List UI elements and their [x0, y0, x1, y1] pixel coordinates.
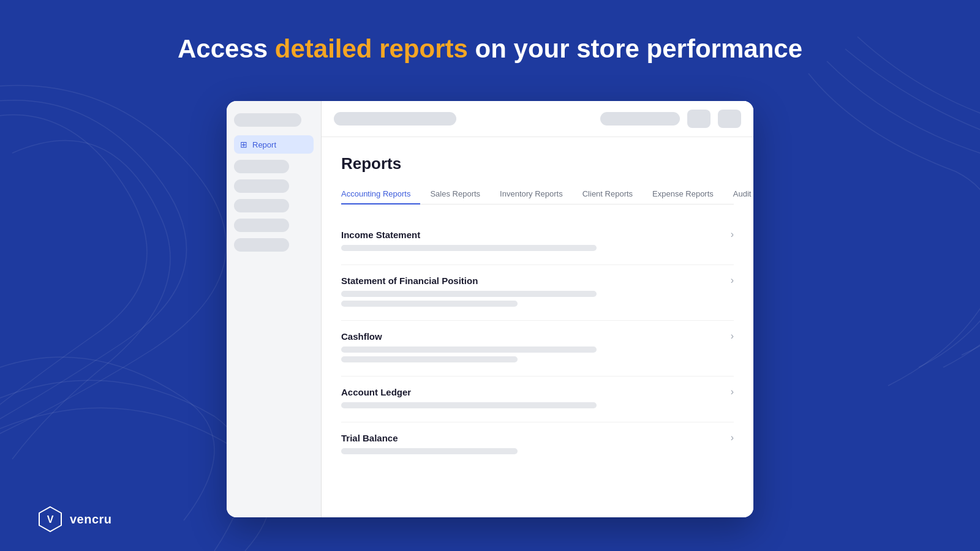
chevron-right-icon-5: ›	[731, 432, 734, 443]
report-item-cashflow[interactable]: Cashflow ›	[341, 321, 734, 377]
topbar-skeleton-4	[718, 110, 741, 128]
reports-page: Reports Accounting Reports Sales Reports…	[322, 137, 753, 517]
sidebar: ⊞ Report	[227, 101, 322, 517]
tab-accounting-reports[interactable]: Accounting Reports	[341, 184, 420, 204]
vencru-brand-name: vencru	[70, 512, 112, 527]
sidebar-skeleton-2	[234, 160, 289, 173]
sidebar-skeleton-1	[234, 113, 301, 127]
sidebar-item-report[interactable]: ⊞ Report	[234, 135, 314, 154]
main-content: Reports Accounting Reports Sales Reports…	[322, 101, 753, 517]
page-title: Reports	[341, 154, 734, 173]
report-skeleton-2a	[341, 291, 597, 297]
report-skeleton-2b	[341, 301, 518, 307]
main-card: ⊞ Report Reports Accounting Reports Sale…	[227, 101, 753, 517]
tabs-container: Accounting Reports Sales Reports Invento…	[341, 184, 734, 204]
chevron-right-icon: ›	[731, 229, 734, 240]
grid-icon: ⊞	[240, 140, 247, 149]
report-skeleton	[341, 245, 597, 251]
topbar-skeleton-2	[600, 112, 680, 126]
sidebar-skeleton-4	[234, 199, 289, 212]
report-title-trial-balance: Trial Balance	[341, 433, 398, 443]
report-item-financial-position[interactable]: Statement of Financial Position ›	[341, 265, 734, 321]
report-title-cashflow: Cashflow	[341, 331, 382, 342]
report-skeleton-3a	[341, 347, 597, 353]
tab-sales-reports[interactable]: Sales Reports	[420, 184, 490, 204]
report-title-account-ledger: Account Ledger	[341, 387, 411, 397]
report-skeleton-5a	[341, 448, 518, 454]
tab-inventory-reports[interactable]: Inventory Reports	[490, 184, 573, 204]
report-item-income-statement[interactable]: Income Statement ›	[341, 219, 734, 265]
tab-client-reports[interactable]: Client Reports	[573, 184, 643, 204]
report-skeleton-4a	[341, 402, 597, 408]
chevron-right-icon-4: ›	[731, 386, 734, 397]
svg-text:V: V	[47, 514, 54, 525]
sidebar-skeleton-3	[234, 179, 289, 193]
sidebar-report-label: Report	[252, 140, 276, 149]
vencru-logo: V vencru	[37, 506, 112, 533]
sidebar-skeleton-6	[234, 238, 289, 252]
sidebar-skeleton-5	[234, 219, 289, 232]
tab-audit-trial[interactable]: Audit Trial	[723, 184, 753, 204]
report-item-trial-balance[interactable]: Trial Balance ›	[341, 422, 734, 468]
topbar-skeleton-3	[687, 110, 710, 128]
hero-title: Access detailed reports on your store pe…	[0, 34, 980, 64]
top-bar	[322, 101, 753, 137]
chevron-right-icon-3: ›	[731, 331, 734, 342]
vencru-hex-icon: V	[37, 506, 64, 533]
tab-expense-reports[interactable]: Expense Reports	[643, 184, 723, 204]
report-item-account-ledger[interactable]: Account Ledger ›	[341, 377, 734, 422]
chevron-right-icon-2: ›	[731, 275, 734, 286]
report-list: Income Statement › Statement of Financia…	[341, 219, 734, 468]
report-title-financial-position: Statement of Financial Position	[341, 276, 478, 286]
report-skeleton-3b	[341, 356, 518, 362]
report-title-income-statement: Income Statement	[341, 230, 420, 240]
topbar-skeleton-1	[334, 112, 456, 126]
